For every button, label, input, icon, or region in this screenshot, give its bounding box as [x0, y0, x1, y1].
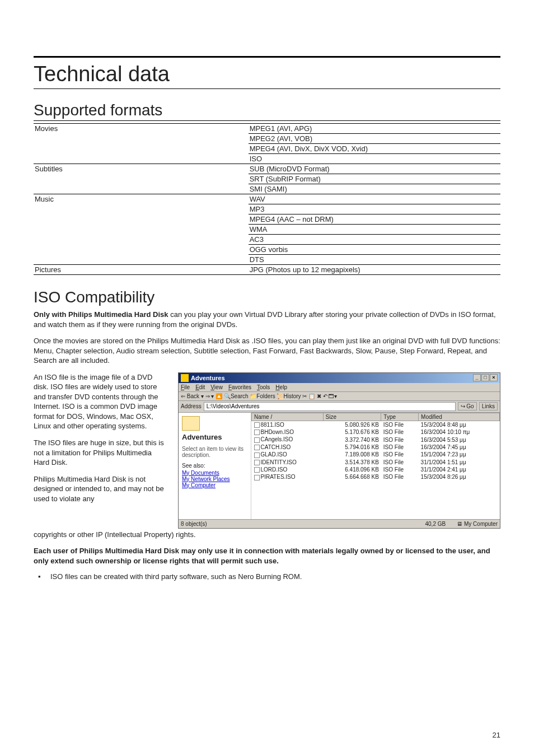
format-category	[34, 144, 249, 154]
page-number: 21	[493, 731, 500, 739]
window-titlebar: Adventures _ □ ×	[179, 373, 500, 383]
side-folder-name: Adventures	[182, 433, 247, 441]
side-link[interactable]: My Network Places	[182, 476, 247, 482]
iso-after-fig: copyrights or other IP (Intellectual Pro…	[34, 530, 500, 540]
menu-item[interactable]: Edit	[195, 384, 205, 390]
file-icon	[254, 467, 260, 473]
format-value: JPG (Photos up to 12 megapixels)	[249, 265, 500, 275]
address-label: Address	[181, 403, 202, 409]
minimize-button[interactable]: _	[473, 374, 481, 381]
table-row[interactable]: GLAD.ISO7.189.008 KBISO File15/1/2004 7:…	[252, 451, 500, 458]
status-size: 40,2 GB	[425, 521, 446, 527]
format-category: Music	[34, 194, 249, 204]
status-bar: 8 object(s) 40,2 GB 🖥 My Computer	[179, 519, 500, 528]
table-row[interactable]: LORD.ISO6.418.096 KBISO File31/1/2004 2:…	[252, 466, 500, 473]
format-value: MPEG4 (AAC – not DRM)	[249, 214, 500, 225]
format-value: MPEG1 (AVI, APG)	[249, 124, 500, 134]
format-category: Subtitles	[34, 164, 249, 174]
format-category	[34, 235, 249, 245]
format-value: MPEG4 (AVI, DivX, DivX VOD, Xvid)	[249, 144, 500, 154]
format-category	[34, 134, 249, 144]
file-icon	[254, 430, 260, 435]
file-icon	[254, 475, 260, 480]
iso-bullet-text: ISO files can be created with third part…	[50, 572, 302, 581]
format-value: DTS	[249, 255, 500, 265]
format-category	[34, 225, 249, 235]
format-value: SUB (MicroDVD Format)	[249, 164, 500, 174]
iso-para-1-bold: Only with Philips Multimedia Hard Disk	[34, 310, 168, 319]
format-value: SRT (SubRIP Format)	[249, 174, 500, 184]
menu-bar[interactable]: FileEditViewFavoritesToolsHelp	[179, 383, 500, 392]
table-row[interactable]: PIRATES.ISO5.664.668 KBISO File15/3/2004…	[252, 473, 500, 480]
column-header[interactable]: Size	[323, 413, 381, 421]
close-button[interactable]: ×	[490, 374, 498, 381]
iso-para-1: Only with Philips Multimedia Hard Disk c…	[34, 310, 500, 329]
iso-bullet-row: ▪ ISO files can be created with third pa…	[34, 572, 500, 581]
format-value: WMA	[249, 225, 500, 235]
window-title: Adventures	[191, 375, 225, 381]
go-button[interactable]: ↪ Go	[458, 402, 477, 410]
toolbar[interactable]: ⇐ Back ▾ ⇒ ▾ 🔼 🔍Search 📁Folders 📜History…	[179, 392, 500, 401]
table-row[interactable]: IDENTITY.ISO3.514.378 KBISO File31/1/200…	[252, 459, 500, 466]
format-category	[34, 255, 249, 265]
heading-supported-formats: Supported formats	[34, 101, 500, 121]
file-icon	[254, 452, 260, 458]
format-value: AC3	[249, 235, 500, 245]
format-category	[34, 154, 249, 164]
column-header[interactable]: Modified	[419, 413, 500, 421]
format-value: ISO	[249, 154, 500, 164]
format-category	[34, 245, 249, 255]
format-category: Pictures	[34, 265, 249, 275]
column-header[interactable]: Type	[381, 413, 419, 421]
status-objects: 8 object(s)	[181, 521, 207, 527]
format-category	[34, 204, 249, 214]
see-also-label: See also:	[182, 463, 247, 469]
menu-item[interactable]: Tools	[257, 384, 270, 390]
format-value: OGG vorbis	[249, 245, 500, 255]
heading-iso-compat: ISO Compatibility	[34, 288, 500, 307]
side-desc: Select an item to view its description.	[182, 446, 247, 458]
menu-item[interactable]: Help	[275, 384, 287, 390]
iso-left-p2: The ISO files are huge in size, but this…	[34, 438, 168, 468]
format-category	[34, 174, 249, 184]
table-row[interactable]: CATCH.ISO5.794.016 KBISO File16/3/2004 7…	[252, 444, 500, 451]
table-row[interactable]: CAngels.ISO3.372.740 KBISO File16/3/2004…	[252, 436, 500, 443]
menu-item[interactable]: File	[181, 384, 190, 390]
explorer-window: Adventures _ □ × FileEditViewFavoritesTo…	[178, 372, 500, 529]
address-bar: Address ↪ Go Links	[179, 401, 500, 413]
format-category	[34, 214, 249, 225]
folder-big-icon	[182, 416, 200, 431]
format-category: Movies	[34, 124, 249, 134]
file-icon	[254, 422, 260, 428]
format-value: MP3	[249, 204, 500, 214]
iso-para-2: Once the movies are stored on the Philip…	[34, 336, 500, 366]
address-input[interactable]	[204, 402, 456, 411]
folder-icon	[181, 374, 189, 382]
file-icon	[254, 460, 260, 465]
links-button[interactable]: Links	[479, 402, 498, 410]
formats-table: MoviesMPEG1 (AVI, APG)MPEG2 (AVI, VOB)MP…	[34, 123, 500, 275]
format-value: WAV	[249, 194, 500, 204]
table-row[interactable]: BHDown.ISO5.170.676 KBISO File16/3/2004 …	[252, 428, 500, 436]
maximize-button[interactable]: □	[481, 374, 489, 381]
side-panel: Adventures Select an item to view its de…	[179, 413, 251, 519]
format-category	[34, 184, 249, 194]
menu-item[interactable]: Favorites	[228, 384, 251, 390]
column-header[interactable]: Name /	[252, 413, 324, 421]
iso-left-p3: Philips Multimedia Hard Disk is not desi…	[34, 474, 168, 504]
iso-left-p1: An ISO file is the image file of a DVD d…	[34, 372, 168, 431]
side-link[interactable]: My Computer	[182, 482, 247, 488]
menu-item[interactable]: View	[210, 384, 223, 390]
status-location: 🖥 My Computer	[457, 521, 498, 527]
iso-legal-bold: Each user of Philips Multimedia Hard Dis…	[34, 546, 500, 566]
side-link[interactable]: My Documents	[182, 470, 247, 476]
format-value: SMI (SAMI)	[249, 184, 500, 194]
file-icon	[254, 437, 260, 443]
table-row[interactable]: 8811.ISO5.080.926 KBISO File15/3/2004 8:…	[252, 421, 500, 428]
bullet-icon: ▪	[34, 572, 50, 581]
file-icon	[254, 445, 260, 450]
file-list[interactable]: Name /SizeTypeModified 8811.ISO5.080.926…	[251, 413, 500, 519]
heading-technical-data: Technical data	[34, 56, 500, 89]
format-value: MPEG2 (AVI, VOB)	[249, 134, 500, 144]
